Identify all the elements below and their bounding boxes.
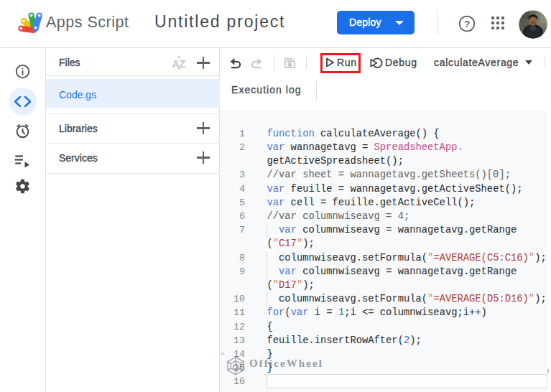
svg-text:?: ? — [464, 19, 470, 29]
svg-text:Z: Z — [180, 58, 186, 70]
